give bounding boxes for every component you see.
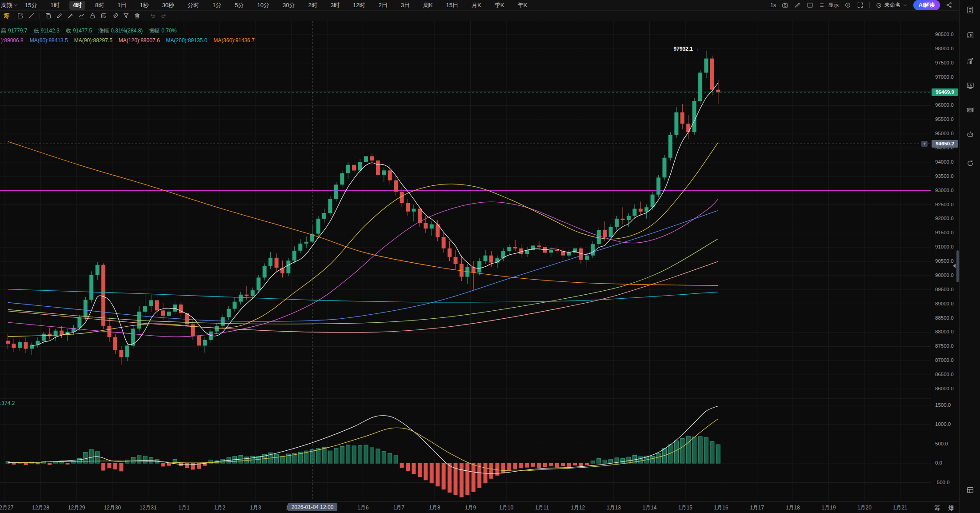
pencil-icon[interactable]: [794, 2, 801, 8]
chevron-down-icon: [903, 3, 908, 8]
svg-text:ETF: ETF: [968, 109, 972, 112]
news-icon[interactable]: [966, 6, 974, 14]
time-label: 1月15: [678, 504, 692, 512]
copy-icon[interactable]: [43, 12, 54, 20]
sub-tick: -500.0: [935, 480, 950, 485]
price-tick: 90000.0: [935, 273, 954, 278]
timeframe-15日[interactable]: 15日: [443, 1, 462, 10]
sub-indicator-legend: :374.2: [0, 400, 15, 406]
chips-distribution-button[interactable]: 筹: [4, 12, 9, 20]
timeframe-1分[interactable]: 1分: [209, 1, 225, 10]
time-label: 1月7: [393, 504, 404, 512]
timeframe-2时[interactable]: 2时: [305, 1, 321, 10]
draw-pencil-icon[interactable]: [54, 12, 65, 20]
svg-text:$: $: [969, 33, 972, 37]
timeframe-30分[interactable]: 30分: [279, 1, 298, 10]
ohlc-item: 振幅0.70%: [149, 27, 176, 35]
arrow-right-icon: →: [694, 46, 700, 52]
time-label: 12月29: [68, 504, 85, 512]
ohlc-value: 91779.7: [8, 28, 27, 34]
price-tick: 91500.0: [935, 230, 954, 235]
timeframe-10分[interactable]: 10分: [254, 1, 273, 10]
lock-icon[interactable]: [87, 12, 98, 20]
timeframe-12时[interactable]: 12时: [349, 1, 368, 10]
price-tick: 90500.0: [935, 258, 954, 264]
refresh-icon[interactable]: [966, 159, 974, 168]
timeframe-分时[interactable]: 分时: [184, 1, 203, 10]
market-trend-icon[interactable]: [966, 57, 974, 65]
price-tick: 89500.0: [935, 287, 954, 292]
ohlc-item: 涨幅0.31%(284.8): [98, 27, 143, 35]
axis-scrollbar-handle[interactable]: [956, 250, 959, 282]
edit-chart-icon[interactable]: [15, 12, 26, 20]
time-label: 1月19: [821, 504, 836, 512]
ai-robot-icon[interactable]: [966, 130, 974, 138]
timeframe-季K[interactable]: 季K: [491, 1, 508, 10]
timeframe-30秒[interactable]: 30秒: [159, 1, 178, 10]
timeframe-15分[interactable]: 15分: [21, 1, 40, 10]
toolbar-right: 1s 显示 未命名 AI解读: [770, 0, 980, 10]
timeframe-8时[interactable]: 8时: [92, 1, 108, 10]
price-tick: 87000.0: [935, 357, 954, 363]
ma-legend-item: MA(60):88413.5: [30, 37, 68, 44]
camera-icon[interactable]: [782, 2, 788, 8]
expand-icon[interactable]: [857, 2, 864, 8]
price-tick: 94000.0: [935, 159, 954, 164]
collapse-arrow-icon[interactable]: [953, 264, 956, 268]
redo-icon[interactable]: [158, 12, 169, 20]
timeframe-周K[interactable]: 周K: [420, 1, 436, 10]
candlestick-chart[interactable]: [0, 21, 931, 513]
crosshair-plus-handle[interactable]: [921, 141, 928, 147]
sub-tick: 500.0: [935, 441, 948, 446]
chart-area[interactable]: 高91779.7低91142.3收91477.5涨幅0.31%(284.8)振幅…: [0, 21, 980, 513]
timeframe-4时[interactable]: 4时: [69, 1, 85, 10]
price-tick: 95000.0: [935, 131, 954, 136]
filter-icon[interactable]: [120, 12, 132, 20]
price-tick: 98000.0: [935, 46, 954, 51]
time-axis[interactable]: 2026-01-04 12:00 12月2712月2812月2912月3012月…: [0, 501, 980, 513]
divider: [869, 2, 870, 8]
display-toggle[interactable]: 显示: [819, 1, 839, 9]
time-label: 1月17: [750, 504, 764, 512]
period-dropdown[interactable]: 周期: [1, 1, 18, 9]
price-tick: 96000.0: [935, 102, 954, 108]
peak-price-annotation: 97932.1→: [650, 46, 700, 52]
time-label: 1月8: [429, 504, 440, 512]
trash-icon[interactable]: [132, 12, 143, 20]
chevron-down-icon: [13, 3, 18, 8]
ohlc-label: 收: [66, 28, 71, 34]
etf-icon[interactable]: ETF: [966, 106, 974, 114]
undo-icon[interactable]: [147, 12, 158, 20]
timeframe-1秒[interactable]: 1秒: [136, 1, 152, 10]
ai-analysis-button[interactable]: AI解读: [913, 0, 940, 10]
timeframe-3日[interactable]: 3日: [397, 1, 413, 10]
brush-icon[interactable]: [65, 12, 76, 20]
paperclip-icon[interactable]: [109, 12, 120, 20]
target-icon[interactable]: [844, 2, 851, 8]
timeframe-3时[interactable]: 3时: [327, 1, 343, 10]
share-icon[interactable]: [946, 2, 952, 8]
list-icon: [819, 2, 826, 8]
timeframe-1时[interactable]: 1时: [47, 1, 63, 10]
ohlc-item: 高91779.7: [1, 27, 27, 35]
timeframe-5分[interactable]: 5分: [231, 1, 247, 10]
trendline-icon[interactable]: [26, 12, 37, 20]
funds-icon[interactable]: $: [966, 31, 974, 40]
price-tick: 86500.0: [935, 372, 954, 377]
price-tick: 97500.0: [935, 60, 954, 65]
ohlc-item: 低91142.3: [33, 27, 60, 35]
pattern-icon[interactable]: [76, 12, 87, 20]
layout-icon[interactable]: [966, 486, 974, 494]
drawing-toolbar: 筹: [0, 11, 980, 21]
price-tick: 89000.0: [935, 301, 954, 306]
monitor-chart-icon[interactable]: [966, 81, 974, 90]
timeframe-1日[interactable]: 1日: [114, 1, 130, 10]
timeframe-年K[interactable]: 年K: [514, 1, 531, 10]
add-pane-icon[interactable]: [807, 2, 813, 8]
sub-tick: 1500.0: [935, 402, 951, 408]
ma-legend: ):89006.8MA(60):88413.5MA(90):88297.5MA(…: [1, 37, 255, 44]
timeframe-月K[interactable]: 月K: [468, 1, 485, 10]
note-icon[interactable]: [98, 12, 109, 20]
layout-name-dropdown[interactable]: 未命名: [876, 1, 908, 9]
timeframe-2日[interactable]: 2日: [375, 1, 391, 10]
